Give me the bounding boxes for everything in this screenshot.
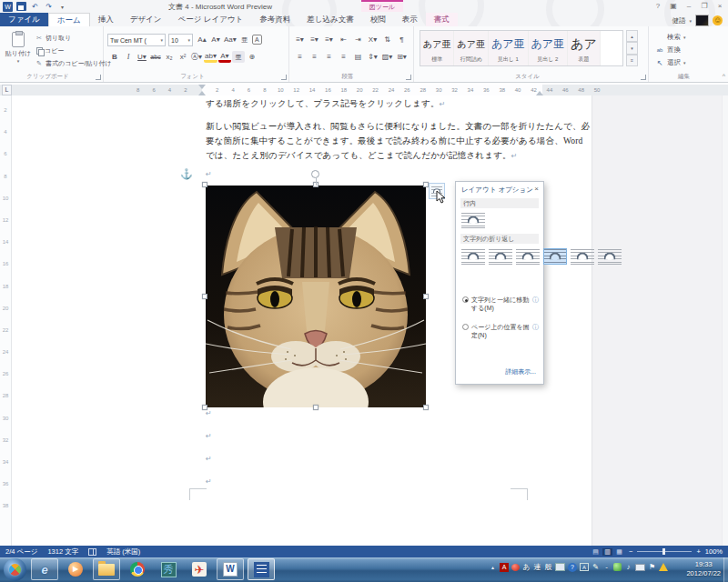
styles-scroll-up[interactable]: ▴ <box>626 30 638 42</box>
help-tray-icon[interactable]: ? <box>568 563 577 572</box>
shrink-font-icon[interactable]: A▾ <box>209 34 222 45</box>
align-right-icon[interactable]: ≡ <box>322 51 336 63</box>
bullets-icon[interactable]: ≡▾ <box>293 34 307 45</box>
ribbon-display-options-button[interactable]: ▣ <box>667 1 680 11</box>
first-line-indent-marker[interactable] <box>198 85 206 89</box>
rotate-handle[interactable] <box>311 170 319 178</box>
gdrive-icon[interactable] <box>659 563 668 571</box>
style-heading2[interactable]: あア亜 見出し 2 <box>529 31 569 65</box>
ribbon-tab[interactable]: 書式 <box>426 13 458 26</box>
enclose-char-icon[interactable]: ⊕ <box>246 51 258 63</box>
minimize-button[interactable]: – <box>682 1 695 11</box>
copy-button[interactable]: コピー <box>36 46 64 55</box>
undo-button[interactable]: ↶ <box>30 2 40 12</box>
resize-handle-e[interactable] <box>423 294 429 299</box>
caps-kana-icon[interactable]: A <box>580 563 589 571</box>
taskbar-chrome[interactable] <box>124 558 151 580</box>
highlight-icon[interactable]: ab▾ <box>204 52 217 63</box>
sort-icon[interactable]: ⇅ <box>380 34 394 45</box>
redo-button[interactable]: ↷ <box>44 2 54 12</box>
read-mode-button[interactable]: ▤ <box>591 548 601 556</box>
justify-icon[interactable]: ≡ <box>337 51 350 63</box>
dialog-launcher-icon[interactable] <box>96 75 101 80</box>
network-flag-icon[interactable]: ⚑ <box>648 562 656 572</box>
resize-handle-se[interactable] <box>423 405 429 410</box>
tab-selector[interactable]: L <box>2 85 12 95</box>
taskbar-word2010[interactable]: W <box>217 558 244 580</box>
word-count[interactable]: 1312 文字 <box>47 547 78 557</box>
select-button[interactable]: ↖ 選択 ▾ <box>655 58 686 67</box>
formatting-marks-icon[interactable]: ¶ <box>395 34 409 45</box>
subscript-icon[interactable]: x₂ <box>163 51 176 63</box>
char-shading-icon[interactable]: 亜 <box>232 51 245 63</box>
borders-icon[interactable]: ⊞▾ <box>395 51 409 63</box>
help-button[interactable]: ? <box>652 1 664 11</box>
ime-pen-icon[interactable]: ✎ <box>592 562 600 572</box>
resize-handle-w[interactable] <box>202 294 207 299</box>
close-button[interactable]: × <box>713 1 726 11</box>
paste-button[interactable]: 貼り付け ▾ <box>4 32 33 68</box>
clock[interactable]: 19:33 2012/07/22 <box>686 560 721 578</box>
multilevel-list-icon[interactable]: ≡▾ <box>322 34 336 45</box>
fix-position-option[interactable]: ページ上の位置を固定(N) ⓘ <box>462 323 539 339</box>
style-title[interactable]: あア 表題 <box>568 31 601 65</box>
font-name-combo[interactable]: Tw Cen MT ( ▾ <box>107 34 166 46</box>
ribbon-tab[interactable]: 表示 <box>394 13 426 26</box>
asian-layout-icon[interactable]: X▾ <box>366 34 379 45</box>
enclose-border-icon[interactable]: A <box>252 35 262 45</box>
font-color-icon[interactable]: A▾ <box>218 52 231 63</box>
proofing-icon[interactable] <box>88 548 96 556</box>
styles-scroll-down[interactable]: ▾ <box>626 42 638 54</box>
horizontal-ruler[interactable]: 8642 24681012141618202224262830323436384… <box>0 85 728 95</box>
italic-icon[interactable]: I <box>122 51 135 63</box>
ribbon-tab[interactable]: ページ レイアウト <box>170 13 252 26</box>
display-icon[interactable] <box>635 564 645 571</box>
align-left-icon[interactable]: ≡ <box>293 51 307 63</box>
sync-icon[interactable] <box>613 563 622 571</box>
page-indicator[interactable]: 2/4 ページ <box>5 547 37 557</box>
text-effects-icon[interactable]: Ⓐ▾ <box>190 51 203 63</box>
ime-general-mode[interactable]: 般 <box>544 562 552 572</box>
wrap-tight-icon[interactable] <box>489 248 512 265</box>
zoom-level[interactable]: 100% <box>705 547 723 556</box>
taskbar-red-app[interactable]: ✈ <box>186 558 213 580</box>
align-center-icon[interactable]: ≡ <box>308 51 321 63</box>
replace-button[interactable]: ab 置換 <box>655 45 681 55</box>
ribbon-tab[interactable]: 校閲 <box>362 13 394 26</box>
ruby-icon[interactable]: 亜 <box>238 34 251 45</box>
decrease-indent-icon[interactable]: ⇤ <box>337 34 350 45</box>
save-button[interactable] <box>16 2 26 11</box>
document-page[interactable]: する場所をクリックして、プラス記号をクリックします。↵ 新しい閲覧ビューが導入さ… <box>12 95 728 546</box>
adobe-icon[interactable]: A <box>500 563 509 572</box>
dialog-launcher-icon[interactable] <box>641 75 646 80</box>
send-a-smile-icon[interactable]: ☺ <box>713 15 723 25</box>
ribbon-tab[interactable]: 挿入 <box>90 13 122 26</box>
wrap-through-icon[interactable] <box>516 248 540 265</box>
wrap-square-icon[interactable] <box>461 248 485 265</box>
ribbon-tab[interactable]: 差し込み文書 <box>298 13 361 26</box>
ime-conversion-mode[interactable]: 連 <box>533 562 541 572</box>
web-layout-button[interactable]: ▦ <box>614 548 624 556</box>
superscript-icon[interactable]: x² <box>177 51 189 63</box>
move-with-text-option[interactable]: 文字列と一緒に移動する(M) ⓘ <box>462 296 539 312</box>
style-heading1[interactable]: あア亜 見出し 1 <box>489 31 529 65</box>
ime-pad-icon[interactable] <box>555 563 565 571</box>
word-logo-icon[interactable]: W <box>3 2 13 12</box>
start-button[interactable] <box>4 558 26 581</box>
change-case-icon[interactable]: Aa▾ <box>223 34 238 45</box>
increase-indent-icon[interactable]: ⇥ <box>351 34 365 45</box>
zoom-slider-thumb[interactable] <box>662 548 665 555</box>
taskbar-explorer[interactable] <box>93 558 120 580</box>
info-icon[interactable]: ⓘ <box>532 323 539 339</box>
strikethrough-icon[interactable]: abc <box>149 51 162 63</box>
ribbon-tab[interactable]: ファイル <box>0 13 48 26</box>
style-no-spacing[interactable]: あア亜 行間詰め <box>454 31 488 65</box>
wrap-behind-text-icon[interactable] <box>571 248 594 265</box>
shading-icon[interactable]: ▨▾ <box>380 51 394 63</box>
wrap-inline-option[interactable] <box>461 212 485 228</box>
find-button[interactable]: 検索 ▾ <box>655 33 686 42</box>
zoom-out-button[interactable]: − <box>629 547 632 556</box>
avatar[interactable] <box>695 15 709 26</box>
cut-button[interactable]: ✂ 切り取り <box>36 34 71 43</box>
info-icon[interactable]: ⓘ <box>532 296 539 312</box>
